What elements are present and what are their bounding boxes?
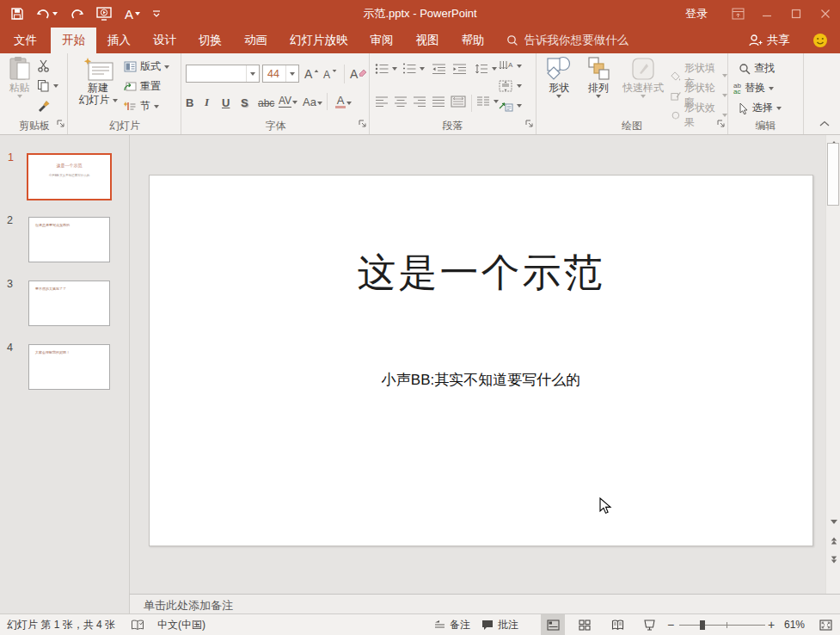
scrollbar-thumb[interactable] <box>827 143 839 206</box>
font-size-combobox[interactable]: 44 <box>262 65 299 83</box>
font-name-dropdown-icon[interactable] <box>246 65 259 82</box>
quick-styles-dropdown-icon[interactable] <box>641 95 646 98</box>
tab-view[interactable]: 视图 <box>405 28 451 53</box>
tell-me-search[interactable]: 告诉我你想要做什么 <box>496 28 640 53</box>
proofing-status-button[interactable] <box>131 614 144 635</box>
convert-smartart-button[interactable] <box>499 100 522 112</box>
align-center-button[interactable] <box>394 96 408 108</box>
shapes-dropdown-icon[interactable] <box>556 95 561 98</box>
decrease-indent-button[interactable] <box>432 63 446 75</box>
font-color-button[interactable]: A <box>335 93 352 108</box>
tab-file[interactable]: 文件 <box>0 28 51 53</box>
paste-button[interactable]: 粘贴 <box>5 56 34 98</box>
slide-canvas[interactable]: 这是一个示范 小声BB:其实不知道要写什么的 <box>149 175 813 546</box>
notes-toggle-button[interactable]: 备注 <box>434 614 470 635</box>
vertical-scrollbar[interactable] <box>825 135 840 594</box>
change-case-button[interactable]: Aa <box>303 93 322 108</box>
language-status-button[interactable]: 中文(中国) <box>157 614 205 635</box>
cut-button[interactable] <box>37 59 50 72</box>
font-size-dropdown-icon[interactable] <box>285 65 298 82</box>
increase-font-size-button[interactable]: A <box>304 65 320 81</box>
zoom-percentage[interactable]: 61% <box>784 614 805 635</box>
feedback-smiley-icon[interactable] <box>812 33 828 48</box>
change-case-dropdown-icon[interactable] <box>317 102 322 105</box>
comments-button[interactable]: 批注 <box>481 614 518 635</box>
zoom-in-button[interactable]: + <box>768 614 775 635</box>
ribbon-display-options-button[interactable] <box>723 0 752 28</box>
thumbnail-slide-1[interactable]: 这是一个示范 小声BB:其实不知道要写什么的 <box>27 153 112 200</box>
decrease-font-size-button[interactable]: A <box>323 65 338 81</box>
character-spacing-button[interactable]: AV <box>279 92 297 108</box>
zoom-slider-handle[interactable] <box>700 620 705 630</box>
next-slide-button[interactable] <box>826 552 840 566</box>
view-slide-sorter-button[interactable] <box>573 614 597 635</box>
text-direction-dropdown-icon[interactable] <box>517 65 522 68</box>
replace-button[interactable]: ab ac 替换 <box>733 81 774 96</box>
fit-slide-to-window-button[interactable] <box>813 614 837 635</box>
section-button[interactable]: 节 <box>124 99 159 114</box>
previous-slide-button[interactable] <box>826 533 840 547</box>
paste-dropdown-icon[interactable] <box>17 95 22 98</box>
close-button[interactable] <box>811 0 840 28</box>
drawing-dialog-launcher[interactable] <box>717 115 725 131</box>
section-dropdown-icon[interactable] <box>154 105 159 108</box>
arrange-button[interactable]: 排列 <box>581 56 616 98</box>
align-right-button[interactable] <box>413 96 426 108</box>
bullets-button[interactable] <box>375 63 397 75</box>
layout-dropdown-icon[interactable] <box>164 65 169 69</box>
numbering-dropdown-icon[interactable] <box>420 67 425 71</box>
format-painter-button[interactable] <box>37 99 50 112</box>
italic-button[interactable]: I <box>205 94 209 109</box>
align-text-dropdown-icon[interactable] <box>517 84 522 88</box>
align-left-button[interactable] <box>375 96 389 108</box>
line-spacing-dropdown-icon[interactable] <box>492 67 497 71</box>
paragraph-dialog-launcher[interactable] <box>525 115 533 131</box>
bold-button[interactable]: B <box>186 94 193 109</box>
text-shadow-button[interactable]: S <box>241 94 248 109</box>
minimize-button[interactable] <box>752 0 782 28</box>
sign-in-button[interactable]: 登录 <box>670 6 723 22</box>
align-text-button[interactable] <box>499 80 522 92</box>
select-button[interactable]: 选择 <box>739 101 782 115</box>
tab-insert[interactable]: 插入 <box>96 28 142 53</box>
bullets-dropdown-icon[interactable] <box>392 67 397 71</box>
arrange-dropdown-icon[interactable] <box>596 95 601 98</box>
columns-button[interactable] <box>476 96 499 108</box>
clipboard-dialog-launcher[interactable] <box>57 115 64 131</box>
layout-button[interactable]: 版式 <box>124 59 169 74</box>
notes-placeholder[interactable]: 单击此处添加备注 <box>144 598 233 613</box>
justify-button[interactable] <box>432 96 445 108</box>
numbering-button[interactable] <box>402 63 425 75</box>
shapes-button[interactable]: 形状 <box>542 56 576 98</box>
slide-subtitle-text[interactable]: 小声BB:其实不知道要写什么的 <box>150 370 812 390</box>
thumbnail-slide-2[interactable]: 但是总是要写点东西的 <box>28 217 110 262</box>
zoom-slider-track[interactable] <box>679 625 765 626</box>
reset-button[interactable]: 重置 <box>124 79 161 94</box>
copy-dropdown-icon[interactable] <box>53 84 58 88</box>
collapse-ribbon-button[interactable] <box>819 114 830 130</box>
quick-styles-button[interactable]: 快速样式 <box>619 56 667 98</box>
tab-review[interactable]: 审阅 <box>359 28 405 53</box>
share-button[interactable]: 共享 <box>748 33 790 48</box>
thumbnail-slide-4[interactable]: 大家会理解我的对吧！ <box>28 344 110 390</box>
slide-title-text[interactable]: 这是一个示范 <box>150 247 812 299</box>
character-spacing-dropdown-icon[interactable] <box>292 101 297 104</box>
font-color-dropdown-icon[interactable] <box>346 102 352 105</box>
view-slideshow-button[interactable] <box>637 614 661 635</box>
strikethrough-button[interactable]: abc <box>258 94 274 109</box>
view-normal-button[interactable] <box>541 614 565 635</box>
tab-transitions[interactable]: 切换 <box>187 28 233 53</box>
new-slide-dropdown-icon[interactable] <box>113 99 118 102</box>
new-slide-button[interactable]: 新建 幻灯片 <box>76 56 120 106</box>
smartart-dropdown-icon[interactable] <box>517 104 522 108</box>
zoom-out-button[interactable]: − <box>667 614 674 635</box>
distributed-button[interactable] <box>451 96 466 108</box>
select-dropdown-icon[interactable] <box>776 107 782 110</box>
replace-dropdown-icon[interactable] <box>769 87 774 90</box>
tab-animations[interactable]: 动画 <box>233 28 279 53</box>
tab-design[interactable]: 设计 <box>142 28 187 53</box>
find-button[interactable]: 查找 <box>739 61 775 76</box>
tab-home[interactable]: 开始 <box>51 28 96 53</box>
tab-help[interactable]: 帮助 <box>451 28 496 53</box>
font-name-combobox[interactable] <box>186 65 260 83</box>
